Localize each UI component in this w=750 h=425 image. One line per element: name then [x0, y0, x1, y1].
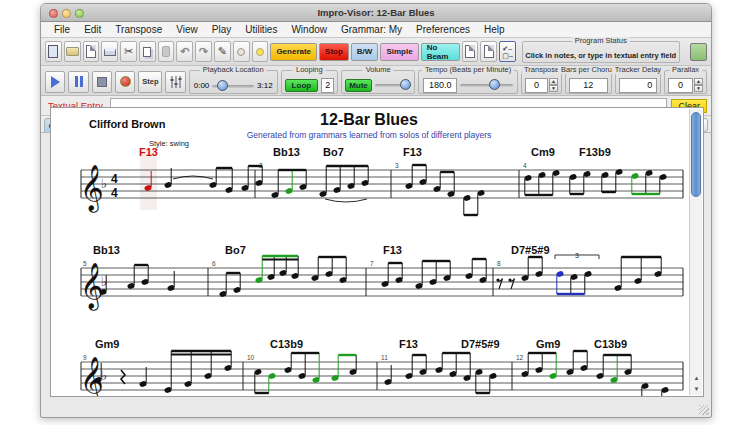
undo-icon[interactable]: ↶ — [176, 41, 193, 62]
volume-title: Volume — [363, 66, 394, 74]
save-leadsheet-button[interactable] — [83, 41, 100, 62]
copy-icon[interactable] — [139, 41, 156, 62]
svg-text:D7#5#9: D7#5#9 — [511, 244, 550, 256]
svg-text:F13: F13 — [139, 146, 158, 158]
tempo-slider[interactable] — [460, 80, 513, 90]
window-title: Impro-Visor: 12-Bar Blues — [41, 7, 711, 18]
parallax-title: Parallax — [669, 66, 702, 74]
export-chorus-icon[interactable] — [480, 41, 497, 62]
loop-count-field[interactable]: 2 — [321, 78, 334, 93]
scroll-up-arrow[interactable]: ▲ — [690, 373, 703, 384]
menu-item-transpose[interactable]: Transpose — [108, 24, 169, 35]
mute-toggle-button[interactable]: Mute — [345, 79, 372, 92]
svg-text:♭: ♭ — [101, 368, 107, 383]
tempo-field[interactable]: 180.0 — [423, 78, 457, 93]
svg-text:F13: F13 — [399, 338, 418, 350]
resize-grip[interactable] — [699, 405, 709, 415]
mixer-icon[interactable] — [165, 71, 185, 93]
svg-text:Bo7: Bo7 — [225, 244, 246, 256]
music-notation[interactable]: 𝄞♭44234F13Bb13Bo7F13Cm9F13b9𝄞♭5678Bb13Bo… — [73, 108, 693, 397]
menu-item-view[interactable]: View — [169, 24, 205, 35]
svg-text:7: 7 — [370, 260, 374, 267]
svg-text:C13b9: C13b9 — [594, 338, 627, 350]
transpose-title: Transpose — [521, 66, 562, 74]
svg-text:3: 3 — [575, 252, 579, 259]
print-button[interactable] — [101, 41, 118, 62]
playback-location-title: Playback Location — [200, 66, 267, 74]
svg-text:11: 11 — [381, 354, 388, 361]
playback-location-slider[interactable] — [212, 81, 254, 91]
stop-button[interactable] — [92, 71, 112, 93]
menu-item-help[interactable]: Help — [477, 24, 512, 35]
paste-icon[interactable] — [158, 41, 175, 62]
record-button[interactable] — [115, 71, 135, 93]
svg-text:5: 5 — [83, 260, 87, 267]
menu-item-play[interactable]: Play — [205, 24, 238, 35]
bars-per-chorus-group: Bars per Chorus 12 — [565, 70, 612, 94]
transpose-spinner[interactable]: ▲▼ — [549, 78, 558, 92]
parallax-field[interactable]: 0 — [668, 78, 693, 93]
parallax-spinner[interactable]: ▲▼ — [694, 78, 703, 92]
parallax-group: Parallax 0▲▼ — [664, 70, 707, 94]
svg-text:C13b9: C13b9 — [270, 338, 303, 350]
program-status-panel: Program Status Click in notes, or type i… — [522, 41, 680, 63]
no-beam-toggle[interactable]: No Beam — [421, 43, 460, 61]
svg-text:D7#5#9: D7#5#9 — [461, 338, 500, 350]
tracker-delay-field[interactable]: 0 — [619, 78, 658, 93]
looping-group: Looping Loop 2 — [281, 70, 339, 94]
app-window: Impro-Visor: 12-Bar Blues FileEditTransp… — [40, 3, 712, 418]
play-button[interactable] — [45, 71, 65, 93]
svg-text:4: 4 — [523, 162, 527, 169]
looping-title: Looping — [293, 66, 326, 74]
program-status-title: Program Status — [572, 37, 630, 45]
tempo-group: Tempo (Beats per Minute) 180.0 — [418, 70, 518, 94]
svg-text:4: 4 — [111, 172, 118, 186]
menu-item-window[interactable]: Window — [284, 24, 334, 35]
svg-text:Bb13: Bb13 — [93, 244, 120, 256]
playback-location-group: Playback Location 0:00 3:12 — [189, 70, 278, 94]
green-indicator-button[interactable] — [690, 43, 708, 61]
tempo-title: Tempo (Beats per Minute) — [422, 66, 514, 74]
volume-slider[interactable] — [375, 80, 411, 90]
svg-text:Bo7: Bo7 — [323, 146, 344, 158]
menu-item-grammar-my[interactable]: Grammar: My — [334, 24, 409, 35]
leadsheet-panel[interactable]: Clifford Brown 12-Bar Blues Generated fr… — [50, 107, 704, 397]
menu-item-file[interactable]: File — [47, 24, 77, 35]
step-button[interactable]: Step — [138, 71, 162, 93]
svg-text:10: 10 — [247, 354, 255, 361]
vertical-scrollbar[interactable]: ▲ ▼ — [689, 109, 702, 395]
program-status-text: Click in notes, or type in textual entry… — [523, 51, 679, 60]
transpose-field[interactable]: 0 — [525, 78, 548, 93]
svg-text:Gm9: Gm9 — [95, 338, 119, 350]
menu-item-preferences[interactable]: Preferences — [409, 24, 477, 35]
black-white-toggle[interactable]: B/W — [351, 43, 379, 61]
svg-text:3: 3 — [395, 162, 399, 169]
bulb-on-icon[interactable] — [252, 41, 269, 62]
svg-text:F13: F13 — [403, 146, 422, 158]
playback-total-time: 3:12 — [257, 81, 273, 90]
tracker-delay-title: Tracker Delay — [612, 66, 664, 74]
cut-icon[interactable]: ✂ — [120, 41, 137, 62]
new-leadsheet-button[interactable] — [45, 41, 62, 62]
checklist-icon[interactable]: ✔–▢– — [499, 41, 516, 62]
open-leadsheet-button[interactable] — [64, 41, 81, 62]
menu-item-utilities[interactable]: Utilities — [238, 24, 284, 35]
menu-item-edit[interactable]: Edit — [77, 24, 108, 35]
svg-text:Cm9: Cm9 — [531, 146, 555, 158]
simple-toggle[interactable]: Simple — [380, 43, 418, 61]
pencil-draw-icon[interactable]: ✎ — [214, 41, 231, 62]
title-bar[interactable]: Impro-Visor: 12-Bar Blues — [41, 4, 711, 22]
stop-generation-button[interactable]: Stop — [319, 43, 349, 61]
generate-button[interactable]: Generate — [270, 43, 317, 61]
svg-text:12: 12 — [516, 354, 524, 361]
tracker-delay-group: Tracker Delay 0 — [615, 70, 662, 94]
scroll-down-arrow[interactable]: ▼ — [690, 384, 703, 395]
scrollbar-thumb[interactable] — [691, 112, 701, 197]
svg-text:F13: F13 — [383, 244, 402, 256]
new-chorus-page-icon[interactable] — [462, 41, 479, 62]
pause-button[interactable] — [68, 71, 88, 93]
bars-per-chorus-field[interactable]: 12 — [569, 78, 608, 93]
loop-toggle-button[interactable]: Loop — [285, 79, 319, 92]
bulb-off-icon[interactable] — [233, 41, 250, 62]
redo-icon[interactable]: ↷ — [195, 41, 212, 62]
